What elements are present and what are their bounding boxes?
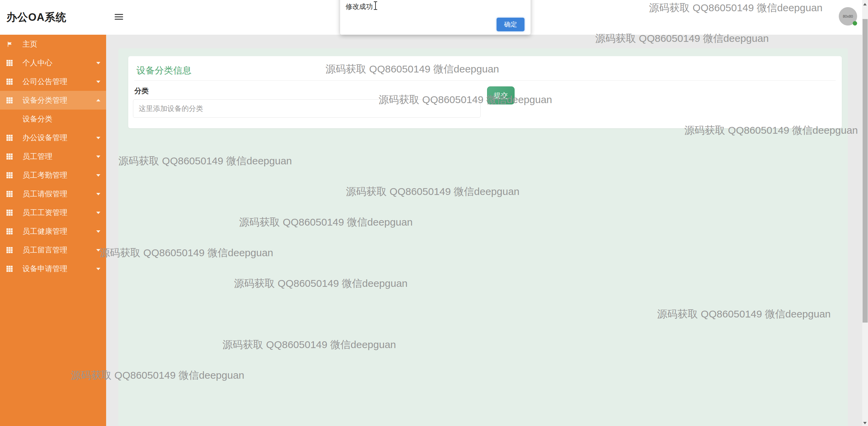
chevron-down-icon (96, 212, 100, 214)
sidebar-item-health-management[interactable]: 员工健康管理 (0, 222, 106, 241)
alert-dialog: 修改成功 确定 (340, 0, 531, 35)
sidebar-item-label: 员工工资管理 (22, 208, 67, 217)
device-category-panel: 设备分类信息 分类 提交 (128, 56, 842, 128)
chevron-up-icon (96, 99, 100, 101)
sidebar-item-leave-management[interactable]: 员工请假管理 (0, 184, 106, 203)
content-area: 设备分类信息 分类 提交 (118, 48, 848, 426)
sidebar-item-label: 员工考勤管理 (22, 171, 67, 179)
grid-icon (6, 79, 13, 85)
grid-icon (6, 153, 13, 160)
chevron-down-icon (96, 268, 100, 270)
scroll-down-arrow-icon[interactable] (863, 422, 867, 424)
chevron-down-icon (96, 81, 100, 83)
chevron-down-icon (96, 155, 100, 158)
sidebar-item-label: 员工请假管理 (22, 190, 67, 198)
sidebar-item-label: 员工健康管理 (22, 227, 67, 235)
scroll-up-arrow-icon[interactable] (863, 3, 867, 5)
sidebar-item-label: 设备分类管理 (22, 96, 67, 104)
sidebar-item-message-management[interactable]: 员工留言管理 (0, 241, 106, 259)
app-screen: 办公OA系统 80x80 主页 个人中心 公司公告管理 设备分类管理 设备分 (0, 0, 868, 426)
sidebar-item-office-device-management[interactable]: 办公设备管理 (0, 128, 106, 147)
sidebar-item-label: 设备申请管理 (22, 264, 67, 273)
dialog-confirm-button[interactable]: 确定 (497, 18, 524, 31)
category-input[interactable] (133, 99, 481, 118)
chevron-down-icon (96, 174, 100, 177)
sidebar-item-company-announcement[interactable]: 公司公告管理 (0, 72, 106, 91)
sidebar-item-label: 设备分类 (22, 115, 52, 123)
grid-icon (6, 266, 13, 272)
sidebar-item-device-category-management[interactable]: 设备分类管理 (0, 91, 106, 110)
category-field-label: 分类 (134, 86, 149, 96)
grid-icon (6, 60, 13, 66)
chevron-down-icon (96, 230, 100, 233)
submit-button[interactable]: 提交 (487, 86, 515, 104)
grid-icon (6, 247, 13, 253)
chevron-down-icon (96, 137, 100, 139)
sidebar-subitem-device-category[interactable]: 设备分类 (0, 110, 106, 128)
vertical-scrollbar[interactable] (862, 0, 868, 426)
grid-icon (6, 97, 13, 103)
sidebar-item-label: 办公设备管理 (22, 133, 67, 142)
sidebar-item-label: 员工留言管理 (22, 246, 67, 254)
dialog-message: 修改成功 (346, 2, 373, 11)
sidebar-item-device-request-management[interactable]: 设备申请管理 (0, 259, 106, 278)
online-status-dot (853, 21, 857, 26)
panel-title: 设备分类信息 (136, 64, 191, 77)
app-logo: 办公OA系统 (6, 10, 67, 24)
sidebar-item-label: 个人中心 (22, 59, 52, 67)
avatar[interactable]: 80x80 (839, 7, 857, 26)
sidebar-item-attendance-management[interactable]: 员工考勤管理 (0, 166, 106, 184)
watermark-text: 源码获取 QQ86050149 微信deepguan (595, 33, 769, 44)
sidebar-item-home[interactable]: 主页 (0, 35, 106, 53)
grid-icon (6, 228, 13, 234)
grid-icon (6, 135, 13, 141)
grid-icon (6, 191, 13, 197)
sidebar-item-personal-center[interactable]: 个人中心 (0, 53, 106, 72)
grid-icon (6, 172, 13, 178)
scrollbar-thumb[interactable] (863, 19, 868, 323)
chevron-down-icon (96, 249, 100, 251)
sidebar-item-employee-management[interactable]: 员工管理 (0, 147, 106, 166)
chevron-down-icon (96, 62, 100, 64)
sidebar-item-label: 主页 (22, 40, 37, 48)
chevron-down-icon (96, 193, 100, 195)
grid-icon (6, 210, 13, 216)
menu-toggle-icon[interactable] (115, 14, 123, 21)
sidebar-item-label: 公司公告管理 (22, 77, 67, 86)
flag-icon (6, 41, 13, 47)
sidebar-item-label: 员工管理 (22, 152, 52, 161)
panel-divider (134, 80, 836, 81)
sidebar: 主页 个人中心 公司公告管理 设备分类管理 设备分类 办公设备管理 员工管理 (0, 35, 106, 426)
sidebar-item-salary-management[interactable]: 员工工资管理 (0, 203, 106, 222)
text-cursor-icon (373, 1, 378, 11)
